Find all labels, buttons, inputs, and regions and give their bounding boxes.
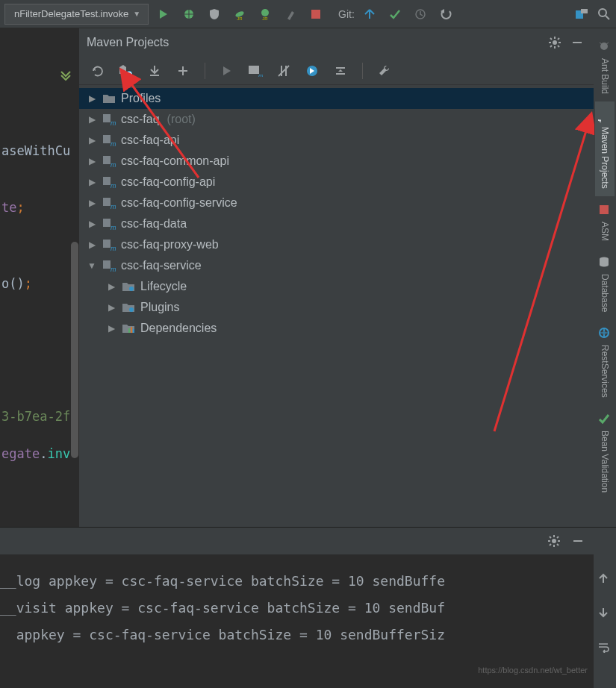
minimize-icon[interactable] [570, 533, 586, 549]
tree-arrow-icon[interactable]: ▶ [106, 276, 116, 297]
sidebar-item-asm[interactable]: ASM [595, 196, 615, 248]
sidebar-item-maven-projects[interactable]: m Maven Projects [595, 101, 615, 196]
profile-run-icon[interactable]: JR [232, 7, 247, 22]
vcs-commit-icon[interactable] [388, 7, 402, 22]
tree-arrow-icon[interactable]: ▶ [87, 109, 97, 130]
collapse-all-icon[interactable] [332, 63, 349, 79]
tree-arrow-icon[interactable]: ▶ [87, 234, 97, 255]
svg-text:m: m [258, 72, 263, 77]
execute-goal-icon[interactable]: m [247, 63, 264, 79]
svg-line-23 [558, 38, 559, 40]
maven-module-icon: m [102, 134, 116, 147]
toggle-offline-icon[interactable] [276, 63, 292, 79]
tree-node-plugins[interactable]: ▶ Plugins [79, 297, 594, 318]
svg-rect-52 [103, 240, 111, 248]
tree-arrow-icon[interactable]: ▶ [87, 151, 97, 172]
arrow-down-icon[interactable] [597, 607, 612, 622]
console-line: __visit appkey = csc-faq-service batchSi… [0, 595, 594, 622]
soft-wrap-icon[interactable] [597, 641, 612, 656]
svg-text:JR: JR [237, 16, 243, 21]
tree-arrow-icon[interactable]: ▶ [87, 193, 97, 213]
gear-icon[interactable] [546, 34, 564, 51]
tree-node-module[interactable]: ▶ m csc-faq-config-api [79, 172, 594, 193]
maven-tree[interactable]: ▶ Profiles ▶ m csc-faq (root) ▶ m csc-fa… [79, 85, 594, 527]
tree-node-profiles[interactable]: ▶ Profiles [79, 88, 594, 109]
tree-arrow-icon[interactable]: ▶ [106, 297, 116, 318]
tree-arrow-icon[interactable]: ▶ [106, 318, 116, 339]
run-config-selector[interactable]: nFilterDelegateTest.invoke ▼ [4, 4, 149, 25]
svg-line-22 [550, 46, 552, 47]
minimize-icon[interactable] [568, 34, 586, 51]
tree-node-module[interactable]: ▶ m csc-faq-proxy-web [79, 234, 594, 255]
editor-scrollbar[interactable] [71, 242, 78, 458]
sidebar-item-label: RestServices [600, 345, 610, 398]
svg-rect-59 [131, 327, 132, 333]
tree-arrow-icon[interactable]: ▼ [87, 255, 97, 276]
main-area: aseWithCu te; o(); 3-b7ea-2f egate.inv M… [0, 28, 616, 527]
editor-area[interactable]: aseWithCu te; o(); 3-b7ea-2f egate.inv [0, 28, 78, 527]
tree-node-module[interactable]: ▶ m csc-faq (root) [79, 109, 594, 130]
svg-rect-48 [103, 198, 111, 206]
tree-node-module[interactable]: ▶ m csc-faq-api [79, 130, 594, 151]
gutter-collapse-icon[interactable] [60, 69, 72, 81]
sidebar-item-ant-build[interactable]: Ant Build [595, 33, 615, 101]
sidebar-item-bean-validation[interactable]: Bean Validation [595, 405, 615, 500]
svg-text:m: m [111, 266, 116, 272]
search-icon[interactable] [597, 7, 612, 22]
gear-icon[interactable] [546, 533, 562, 549]
svg-line-78 [550, 544, 551, 545]
tree-node-lifecycle[interactable]: ▶ Lifecycle [79, 276, 594, 297]
coverage-icon[interactable] [207, 7, 222, 22]
tree-node-label: csc-faq-data [121, 213, 187, 234]
tree-arrow-icon[interactable]: ▶ [87, 213, 97, 234]
profile-debug-icon[interactable]: JR [258, 7, 273, 22]
folder-gear-icon [121, 301, 136, 314]
tree-node-module[interactable]: ▼ m csc-faq-service [79, 255, 594, 276]
tree-node-label: Plugins [140, 297, 179, 318]
console-output[interactable]: __log appkey = csc-faq-service batchSize… [0, 554, 594, 688]
vcs-history-icon[interactable] [413, 7, 428, 22]
tree-arrow-icon[interactable]: ▶ [87, 130, 97, 151]
debug-icon[interactable] [181, 7, 196, 22]
stop-icon[interactable] [308, 7, 323, 22]
vcs-update-icon[interactable] [362, 7, 377, 22]
run-maven-icon[interactable] [219, 63, 235, 79]
svg-point-71 [552, 539, 556, 543]
svg-line-76 [550, 537, 551, 538]
svg-point-56 [129, 287, 134, 291]
maven-settings-icon[interactable] [376, 63, 393, 79]
tree-node-dependencies[interactable]: ▶ Dependencies [79, 318, 594, 339]
svg-rect-31 [249, 66, 259, 74]
svg-text:m: m [111, 182, 116, 188]
code-line: te; [0, 197, 78, 218]
attach-icon[interactable] [283, 7, 298, 22]
arrow-up-icon[interactable] [597, 572, 612, 587]
maven-module-icon: m [102, 154, 116, 168]
svg-rect-46 [103, 177, 111, 185]
svg-point-6 [261, 9, 269, 16]
sidebar-item-database[interactable]: Database [595, 248, 615, 319]
svg-text:m: m [111, 203, 116, 209]
generate-sources-icon[interactable] [118, 63, 134, 79]
tree-node-module[interactable]: ▶ m csc-faq-config-service [79, 193, 594, 213]
tree-arrow-icon[interactable]: ▶ [87, 88, 97, 109]
download-sources-icon[interactable] [146, 63, 163, 79]
add-project-icon[interactable] [175, 63, 191, 79]
run-icon[interactable] [156, 7, 171, 22]
toolbar-separator [205, 63, 205, 79]
skip-tests-icon[interactable] [304, 63, 320, 79]
tree-node-module[interactable]: ▶ m csc-faq-data [79, 213, 594, 234]
svg-text:m: m [111, 119, 116, 125]
sidebar-item-label: Database [600, 274, 610, 312]
project-structure-icon[interactable] [574, 7, 589, 22]
sidebar-item-label: Ant Build [600, 58, 610, 94]
tree-node-module[interactable]: ▶ m csc-faq-common-api [79, 151, 594, 172]
sidebar-item-rest-services[interactable]: RestServices [595, 319, 615, 405]
vcs-revert-icon[interactable] [438, 7, 453, 22]
svg-marker-30 [223, 66, 231, 75]
database-icon [598, 256, 612, 269]
tree-arrow-icon[interactable]: ▶ [87, 172, 97, 193]
maven-panel-header: Maven Projects [79, 28, 594, 57]
reimport-icon[interactable] [90, 63, 106, 79]
tree-node-label: csc-faq-config-api [121, 172, 215, 193]
